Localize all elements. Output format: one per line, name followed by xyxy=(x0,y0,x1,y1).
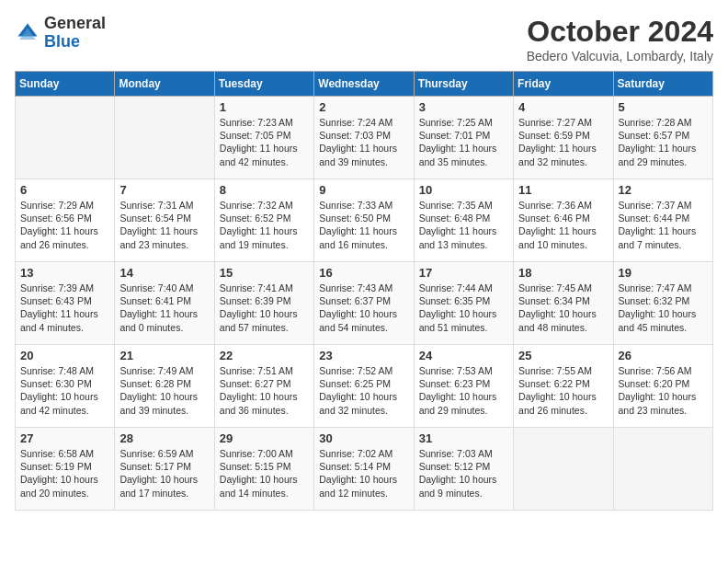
weekday-header-monday: Monday xyxy=(115,72,214,97)
day-info: Sunrise: 7:25 AMSunset: 7:01 PMDaylight:… xyxy=(419,116,508,168)
day-number: 29 xyxy=(220,431,309,445)
day-number: 28 xyxy=(119,431,209,445)
day-info: Sunrise: 7:40 AMSunset: 6:41 PMDaylight:… xyxy=(119,282,209,334)
calendar-cell: 2Sunrise: 7:24 AMSunset: 7:03 PMDaylight… xyxy=(314,97,414,179)
calendar-cell: 3Sunrise: 7:25 AMSunset: 7:01 PMDaylight… xyxy=(414,97,513,179)
calendar-cell: 30Sunrise: 7:02 AMSunset: 5:14 PMDayligh… xyxy=(314,428,414,511)
calendar-week-row: 13Sunrise: 7:39 AMSunset: 6:43 PMDayligh… xyxy=(16,262,713,345)
day-info: Sunrise: 7:56 AMSunset: 6:20 PMDaylight:… xyxy=(619,364,708,417)
day-number: 16 xyxy=(319,266,408,280)
calendar-cell: 10Sunrise: 7:35 AMSunset: 6:48 PMDayligh… xyxy=(414,179,513,262)
day-number: 14 xyxy=(119,266,209,280)
day-info: Sunrise: 7:29 AMSunset: 6:56 PMDaylight:… xyxy=(20,199,109,251)
day-number: 5 xyxy=(619,100,708,114)
day-number: 11 xyxy=(518,183,608,197)
day-number: 18 xyxy=(518,266,608,280)
calendar-cell: 25Sunrise: 7:55 AMSunset: 6:22 PMDayligh… xyxy=(514,345,613,428)
weekday-header-tuesday: Tuesday xyxy=(214,72,313,97)
calendar-cell: 21Sunrise: 7:49 AMSunset: 6:28 PMDayligh… xyxy=(115,345,214,428)
logo-general-text: General xyxy=(44,14,106,32)
day-number: 6 xyxy=(20,183,109,197)
day-info: Sunrise: 7:35 AMSunset: 6:48 PMDaylight:… xyxy=(419,199,508,251)
day-number: 24 xyxy=(419,349,508,362)
weekday-header-saturday: Saturday xyxy=(613,72,712,97)
calendar-cell: 6Sunrise: 7:29 AMSunset: 6:56 PMDaylight… xyxy=(16,179,115,262)
day-info: Sunrise: 7:41 AMSunset: 6:39 PMDaylight:… xyxy=(220,282,309,334)
title-block: October 2024 Bedero Valcuvia, Lombardy, … xyxy=(527,15,713,63)
calendar-cell: 8Sunrise: 7:32 AMSunset: 6:52 PMDaylight… xyxy=(214,179,313,262)
location-subtitle: Bedero Valcuvia, Lombardy, Italy xyxy=(527,49,713,63)
calendar-cell: 29Sunrise: 7:00 AMSunset: 5:15 PMDayligh… xyxy=(214,428,313,511)
logo-blue-text: Blue xyxy=(44,32,80,51)
day-number: 4 xyxy=(518,100,608,114)
day-info: Sunrise: 6:59 AMSunset: 5:17 PMDaylight:… xyxy=(119,447,209,500)
day-number: 30 xyxy=(319,431,408,445)
calendar-cell: 27Sunrise: 6:58 AMSunset: 5:19 PMDayligh… xyxy=(16,428,115,511)
day-info: Sunrise: 7:45 AMSunset: 6:34 PMDaylight:… xyxy=(518,282,608,334)
calendar-cell: 28Sunrise: 6:59 AMSunset: 5:17 PMDayligh… xyxy=(115,428,214,511)
calendar-week-row: 1Sunrise: 7:23 AMSunset: 7:05 PMDaylight… xyxy=(16,97,713,179)
calendar-cell xyxy=(514,428,613,511)
day-info: Sunrise: 7:37 AMSunset: 6:44 PMDaylight:… xyxy=(619,199,708,251)
day-number: 21 xyxy=(119,349,209,362)
day-info: Sunrise: 7:24 AMSunset: 7:03 PMDaylight:… xyxy=(319,116,408,168)
day-number: 2 xyxy=(319,100,408,114)
day-number: 17 xyxy=(419,266,508,280)
calendar-cell: 1Sunrise: 7:23 AMSunset: 7:05 PMDaylight… xyxy=(214,97,313,179)
day-info: Sunrise: 7:52 AMSunset: 6:25 PMDaylight:… xyxy=(319,364,408,417)
day-number: 3 xyxy=(419,100,508,114)
day-info: Sunrise: 7:02 AMSunset: 5:14 PMDaylight:… xyxy=(319,447,408,500)
day-info: Sunrise: 7:47 AMSunset: 6:32 PMDaylight:… xyxy=(619,282,708,334)
calendar-cell xyxy=(613,428,712,511)
day-number: 13 xyxy=(20,266,109,280)
day-number: 23 xyxy=(319,349,408,362)
calendar-cell: 16Sunrise: 7:43 AMSunset: 6:37 PMDayligh… xyxy=(314,262,414,345)
day-number: 27 xyxy=(20,431,109,445)
day-info: Sunrise: 7:32 AMSunset: 6:52 PMDaylight:… xyxy=(220,199,309,251)
calendar-cell xyxy=(16,97,115,179)
calendar-cell: 31Sunrise: 7:03 AMSunset: 5:12 PMDayligh… xyxy=(414,428,513,511)
day-number: 20 xyxy=(20,349,109,362)
month-title: October 2024 xyxy=(527,15,713,49)
weekday-header-thursday: Thursday xyxy=(414,72,513,97)
calendar-cell: 19Sunrise: 7:47 AMSunset: 6:32 PMDayligh… xyxy=(613,262,712,345)
day-number: 10 xyxy=(419,183,508,197)
weekday-header-sunday: Sunday xyxy=(16,72,115,97)
day-number: 26 xyxy=(619,349,708,362)
calendar-cell: 20Sunrise: 7:48 AMSunset: 6:30 PMDayligh… xyxy=(16,345,115,428)
day-number: 31 xyxy=(419,431,508,445)
logo: General Blue xyxy=(15,15,106,52)
day-number: 1 xyxy=(220,100,309,114)
weekday-header-wednesday: Wednesday xyxy=(314,72,414,97)
calendar-cell: 26Sunrise: 7:56 AMSunset: 6:20 PMDayligh… xyxy=(613,345,712,428)
day-info: Sunrise: 7:53 AMSunset: 6:23 PMDaylight:… xyxy=(419,364,508,417)
calendar-cell: 15Sunrise: 7:41 AMSunset: 6:39 PMDayligh… xyxy=(214,262,313,345)
logo-icon xyxy=(15,20,40,46)
day-info: Sunrise: 7:49 AMSunset: 6:28 PMDaylight:… xyxy=(119,364,209,417)
calendar-cell: 17Sunrise: 7:44 AMSunset: 6:35 PMDayligh… xyxy=(414,262,513,345)
calendar-week-row: 20Sunrise: 7:48 AMSunset: 6:30 PMDayligh… xyxy=(16,345,713,428)
weekday-header-row: SundayMondayTuesdayWednesdayThursdayFrid… xyxy=(16,72,713,97)
day-info: Sunrise: 7:36 AMSunset: 6:46 PMDaylight:… xyxy=(518,199,608,251)
day-info: Sunrise: 7:44 AMSunset: 6:35 PMDaylight:… xyxy=(419,282,508,334)
day-info: Sunrise: 7:27 AMSunset: 6:59 PMDaylight:… xyxy=(518,116,608,168)
day-number: 7 xyxy=(119,183,209,197)
calendar-week-row: 27Sunrise: 6:58 AMSunset: 5:19 PMDayligh… xyxy=(16,428,713,511)
day-info: Sunrise: 7:55 AMSunset: 6:22 PMDaylight:… xyxy=(518,364,608,417)
day-info: Sunrise: 7:48 AMSunset: 6:30 PMDaylight:… xyxy=(20,364,109,417)
calendar-cell: 5Sunrise: 7:28 AMSunset: 6:57 PMDaylight… xyxy=(613,97,712,179)
weekday-header-friday: Friday xyxy=(514,72,613,97)
calendar-cell xyxy=(115,97,214,179)
day-info: Sunrise: 6:58 AMSunset: 5:19 PMDaylight:… xyxy=(20,447,109,500)
day-info: Sunrise: 7:31 AMSunset: 6:54 PMDaylight:… xyxy=(119,199,209,251)
calendar-cell: 9Sunrise: 7:33 AMSunset: 6:50 PMDaylight… xyxy=(314,179,414,262)
calendar-week-row: 6Sunrise: 7:29 AMSunset: 6:56 PMDaylight… xyxy=(16,179,713,262)
day-info: Sunrise: 7:28 AMSunset: 6:57 PMDaylight:… xyxy=(619,116,708,168)
day-number: 25 xyxy=(518,349,608,362)
day-number: 9 xyxy=(319,183,408,197)
calendar-cell: 13Sunrise: 7:39 AMSunset: 6:43 PMDayligh… xyxy=(16,262,115,345)
calendar-cell: 22Sunrise: 7:51 AMSunset: 6:27 PMDayligh… xyxy=(214,345,313,428)
calendar-table: SundayMondayTuesdayWednesdayThursdayFrid… xyxy=(15,71,713,511)
day-number: 8 xyxy=(220,183,309,197)
calendar-cell: 18Sunrise: 7:45 AMSunset: 6:34 PMDayligh… xyxy=(514,262,613,345)
